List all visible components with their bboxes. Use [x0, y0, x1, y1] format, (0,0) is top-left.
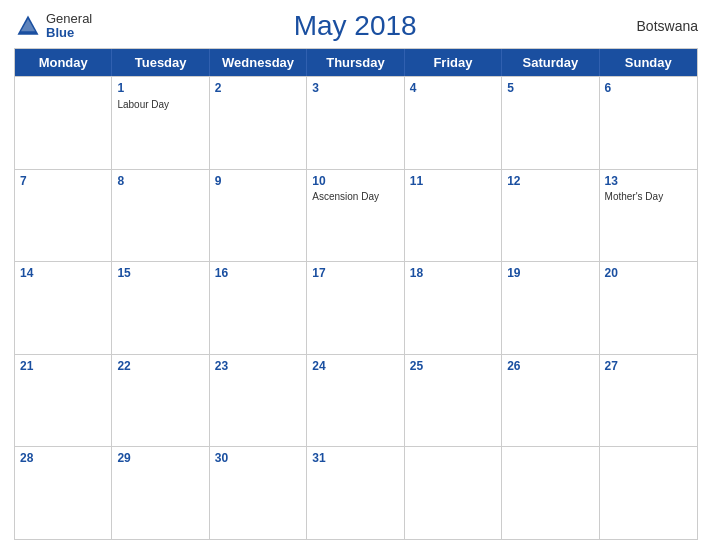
header-saturday: Saturday [502, 49, 599, 76]
day-cell [502, 447, 599, 539]
day-number: 14 [20, 265, 106, 282]
day-event: Labour Day [117, 98, 203, 111]
day-number: 12 [507, 173, 593, 190]
day-cell: 11 [405, 170, 502, 262]
day-cell [15, 77, 112, 169]
day-number: 17 [312, 265, 398, 282]
day-cell: 24 [307, 355, 404, 447]
day-cell: 23 [210, 355, 307, 447]
day-cell: 13Mother's Day [600, 170, 697, 262]
day-cell: 30 [210, 447, 307, 539]
day-number: 10 [312, 173, 398, 190]
day-cell: 21 [15, 355, 112, 447]
calendar-title: May 2018 [92, 10, 618, 42]
day-number: 26 [507, 358, 593, 375]
day-cell: 25 [405, 355, 502, 447]
calendar-wrapper: General Blue May 2018 Botswana Monday Tu… [0, 0, 712, 550]
day-cell: 9 [210, 170, 307, 262]
day-number: 16 [215, 265, 301, 282]
header-friday: Friday [405, 49, 502, 76]
day-cell: 7 [15, 170, 112, 262]
day-cell: 2 [210, 77, 307, 169]
day-number: 23 [215, 358, 301, 375]
logo-icon [14, 12, 42, 40]
day-number: 7 [20, 173, 106, 190]
header-wednesday: Wednesday [210, 49, 307, 76]
logo-blue-text: Blue [46, 26, 92, 40]
day-cell: 20 [600, 262, 697, 354]
day-cell: 8 [112, 170, 209, 262]
day-number: 1 [117, 80, 203, 97]
day-cell: 15 [112, 262, 209, 354]
calendar-grid: Monday Tuesday Wednesday Thursday Friday… [14, 48, 698, 540]
day-number: 6 [605, 80, 692, 97]
day-number: 9 [215, 173, 301, 190]
day-cell: 28 [15, 447, 112, 539]
day-number: 18 [410, 265, 496, 282]
day-cell: 31 [307, 447, 404, 539]
day-cell: 18 [405, 262, 502, 354]
day-cell: 14 [15, 262, 112, 354]
day-number: 3 [312, 80, 398, 97]
day-number: 21 [20, 358, 106, 375]
day-cell: 6 [600, 77, 697, 169]
top-bar: General Blue May 2018 Botswana [14, 10, 698, 42]
day-number: 28 [20, 450, 106, 467]
day-event: Mother's Day [605, 190, 692, 203]
day-cell: 29 [112, 447, 209, 539]
day-number: 31 [312, 450, 398, 467]
day-number: 11 [410, 173, 496, 190]
week-row-3: 14151617181920 [15, 261, 697, 354]
day-number: 30 [215, 450, 301, 467]
day-cell: 17 [307, 262, 404, 354]
day-number: 4 [410, 80, 496, 97]
week-row-4: 21222324252627 [15, 354, 697, 447]
day-cell [600, 447, 697, 539]
day-cell: 16 [210, 262, 307, 354]
day-cell: 4 [405, 77, 502, 169]
header-sunday: Sunday [600, 49, 697, 76]
day-cell: 5 [502, 77, 599, 169]
logo-area: General Blue [14, 12, 92, 41]
logo-general-text: General [46, 12, 92, 26]
day-number: 20 [605, 265, 692, 282]
day-cell: 3 [307, 77, 404, 169]
header-thursday: Thursday [307, 49, 404, 76]
day-number: 19 [507, 265, 593, 282]
logo-text: General Blue [46, 12, 92, 41]
header-tuesday: Tuesday [112, 49, 209, 76]
day-cell: 12 [502, 170, 599, 262]
country-label: Botswana [618, 18, 698, 34]
day-number: 25 [410, 358, 496, 375]
day-number: 29 [117, 450, 203, 467]
day-cell: 26 [502, 355, 599, 447]
day-number: 24 [312, 358, 398, 375]
day-cell: 22 [112, 355, 209, 447]
day-cell: 10Ascension Day [307, 170, 404, 262]
week-row-1: 1Labour Day23456 [15, 76, 697, 169]
header-monday: Monday [15, 49, 112, 76]
day-cell: 19 [502, 262, 599, 354]
day-number: 13 [605, 173, 692, 190]
day-number: 2 [215, 80, 301, 97]
day-cell: 1Labour Day [112, 77, 209, 169]
day-number: 27 [605, 358, 692, 375]
day-cell [405, 447, 502, 539]
day-event: Ascension Day [312, 190, 398, 203]
day-cell: 27 [600, 355, 697, 447]
day-headers: Monday Tuesday Wednesday Thursday Friday… [15, 49, 697, 76]
day-number: 22 [117, 358, 203, 375]
day-number: 15 [117, 265, 203, 282]
day-number: 5 [507, 80, 593, 97]
week-row-2: 78910Ascension Day111213Mother's Day [15, 169, 697, 262]
week-row-5: 28293031 [15, 446, 697, 539]
day-number: 8 [117, 173, 203, 190]
weeks-container: 1Labour Day2345678910Ascension Day111213… [15, 76, 697, 539]
